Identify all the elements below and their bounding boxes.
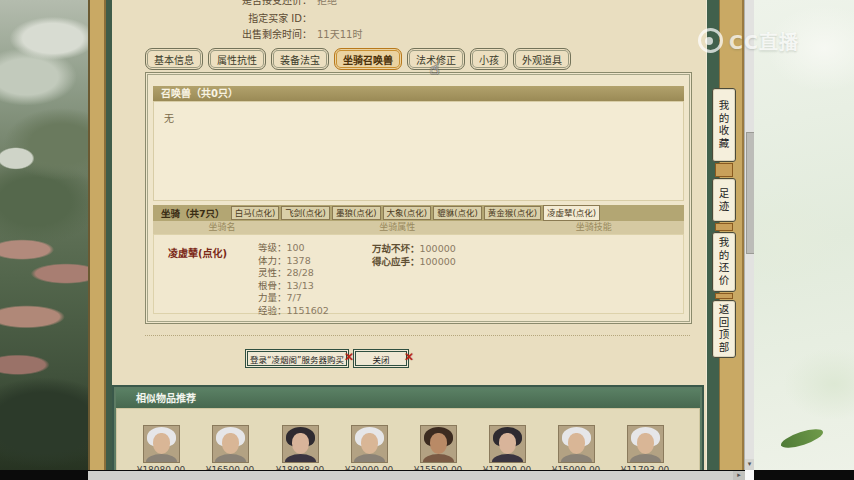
scroll-down-arrow-icon[interactable]: [745, 459, 754, 470]
buyer-id-row: 指定买家 ID：: [112, 12, 672, 25]
character-portrait: [489, 425, 526, 463]
similar-items-body: [116, 408, 700, 476]
similar-item-5[interactable]: ¥15500.00: [414, 425, 462, 475]
similar-item-4[interactable]: ¥30000.00: [345, 425, 393, 475]
rail-connector: [715, 293, 733, 299]
leaf-decoration: [779, 426, 825, 452]
tab-basic-info[interactable]: 基本信息: [145, 48, 203, 70]
similar-item-1[interactable]: ¥18080.00: [137, 425, 185, 475]
mount-section-header: 坐骑（共7只） 白马(点化) 飞剑(点化) 墨狼(点化) 大象(点化) 貔貅(点…: [153, 205, 684, 221]
horizontal-scrollbar[interactable]: [88, 471, 745, 480]
mount-tab-daxiang[interactable]: 大象(点化): [383, 206, 432, 220]
character-portrait: [143, 425, 180, 463]
close-button[interactable]: 关闭: [353, 349, 409, 368]
similar-items-header: 相似物品推荐: [116, 389, 700, 408]
similar-items-panel: 相似物品推荐 ¥18080.00 ¥16500.00 ¥18088.00 ¥30…: [112, 385, 704, 480]
rail-connector: [715, 223, 733, 231]
tab-equipment-treasure[interactable]: 装备法宝: [271, 48, 329, 70]
bottom-letterbox-bar: [0, 470, 854, 480]
tab-attributes-resist[interactable]: 属性抗性: [208, 48, 266, 70]
left-frame-strip: [88, 0, 112, 480]
sidebar-item-footprints[interactable]: 足迹: [712, 178, 736, 222]
character-portrait: [558, 425, 595, 463]
sidebar-item-my-favorites[interactable]: 我的收藏: [712, 88, 736, 162]
stat-bone: 根骨：13/13: [258, 280, 329, 293]
mount-tab-lingxunian[interactable]: 凌虚辇(点化): [543, 205, 600, 221]
login-server-buy-label: 登录“凌烟阁”服务器购买: [250, 353, 344, 365]
time-left-row: 出售剩余时间： 11天11时: [112, 28, 672, 41]
mount-count-label: 坐骑（共7只）: [153, 206, 231, 220]
summon-empty-text: 无: [164, 110, 174, 125]
stat-exp: 经验：1151602: [258, 305, 329, 318]
mount-table-header: 坐骑名 坐骑属性 坐骑技能: [153, 221, 684, 234]
similar-item-6[interactable]: ¥17000.00: [483, 425, 531, 475]
mount-skills: 万劫不坏：100000 得心应手：100000: [372, 242, 456, 268]
character-portrait: [282, 425, 319, 463]
red-x-seal-icon: [404, 350, 414, 364]
cc-live-brand-text: CC直播: [729, 27, 799, 54]
mount-stats: 等级：100 体力：1378 灵性：28/28 根骨：13/13 力量：7/7 …: [258, 242, 329, 317]
similar-item-3[interactable]: ¥18088.00: [276, 425, 324, 475]
accept-counter-offer-label: 是否接受还价：: [122, 0, 312, 7]
mount-tab-molang[interactable]: 墨狼(点化): [332, 206, 381, 220]
stat-spirit: 灵性：28/28: [258, 267, 329, 280]
character-portrait: [420, 425, 457, 463]
scrollbar-corner: [745, 470, 754, 480]
hand-cursor-icon: [430, 60, 439, 78]
character-portrait: [212, 425, 249, 463]
close-label: 关闭: [372, 353, 389, 365]
stat-level: 等级：100: [258, 242, 329, 255]
summon-list: 无: [153, 101, 684, 201]
accept-counter-offer-row: 是否接受还价： 拒绝: [112, 0, 672, 7]
tab-appearance-items[interactable]: 外观道具: [513, 48, 571, 70]
login-server-buy-button[interactable]: 登录“凌烟阁”服务器购买: [245, 349, 349, 368]
col-mount-skills: 坐骑技能: [503, 221, 684, 234]
time-left-label: 出售剩余时间：: [122, 28, 312, 41]
similar-item-7[interactable]: ¥15000.00: [552, 425, 600, 475]
character-portrait: [351, 425, 388, 463]
decor-leafy-background: [754, 0, 854, 480]
right-sidebar-rail: 我的收藏 足迹 我的还价 返回顶部: [706, 0, 744, 480]
sidebar-item-my-counter-offers[interactable]: 我的还价: [712, 232, 736, 292]
similar-item-8[interactable]: ¥11793.00: [621, 425, 669, 475]
mount-tab-pixiu[interactable]: 貔貅(点化): [433, 206, 482, 220]
skill-1: 万劫不坏：100000: [372, 242, 456, 255]
cc-live-logo-icon: [698, 28, 723, 53]
mount-tab-huangjinhou[interactable]: 黄金猴(点化): [484, 206, 541, 220]
buyer-id-label: 指定买家 ID：: [122, 12, 312, 25]
tab-child[interactable]: 小孩: [470, 48, 508, 70]
stat-strength: 力量：7/7: [258, 292, 329, 305]
col-mount-attrs: 坐骑属性: [291, 221, 503, 234]
rail-connector: [715, 163, 733, 177]
skill-2: 得心应手：100000: [372, 255, 456, 268]
content-area: 是否接受还价： 拒绝 指定买家 ID： 出售剩余时间： 11天11时 基本信息 …: [112, 0, 707, 480]
detail-tabbar: 基本信息 属性抗性 装备法宝 坐骑召唤兽 法术修正 小孩 外观道具: [145, 48, 571, 70]
sidebar-item-back-to-top[interactable]: 返回顶部: [712, 300, 736, 358]
game-scene-background: [0, 0, 88, 480]
mount-name: 凌虚辇(点化): [168, 245, 227, 260]
page: 是否接受还价： 拒绝 指定买家 ID： 出售剩余时间： 11天11时 基本信息 …: [0, 0, 854, 480]
mount-detail-row: 凌虚辇(点化) 等级：100 体力：1378 灵性：28/28 根骨：13/13…: [153, 234, 684, 314]
vertical-scrollbar[interactable]: [744, 0, 754, 470]
similar-item-2[interactable]: ¥16500.00: [206, 425, 254, 475]
time-left-value: 11天11时: [317, 28, 362, 41]
mount-tab-feijian[interactable]: 飞剑(点化): [281, 206, 330, 220]
mount-summon-panel: 召唤兽（共0只） 无 坐骑（共7只） 白马(点化) 飞剑(点化) 墨狼(点化) …: [145, 72, 692, 324]
tab-mounts-summons[interactable]: 坐骑召唤兽: [334, 48, 402, 70]
accept-counter-offer-value: 拒绝: [317, 0, 337, 7]
cc-live-watermark: CC直播: [698, 27, 799, 54]
dotted-divider: [145, 335, 690, 336]
scroll-right-arrow-icon[interactable]: [733, 471, 745, 480]
stat-stamina: 体力：1378: [258, 255, 329, 268]
character-portrait: [627, 425, 664, 463]
mount-tab-baima[interactable]: 白马(点化): [231, 206, 280, 220]
summon-section-header: 召唤兽（共0只）: [153, 86, 684, 101]
col-mount-name: 坐骑名: [153, 221, 291, 234]
